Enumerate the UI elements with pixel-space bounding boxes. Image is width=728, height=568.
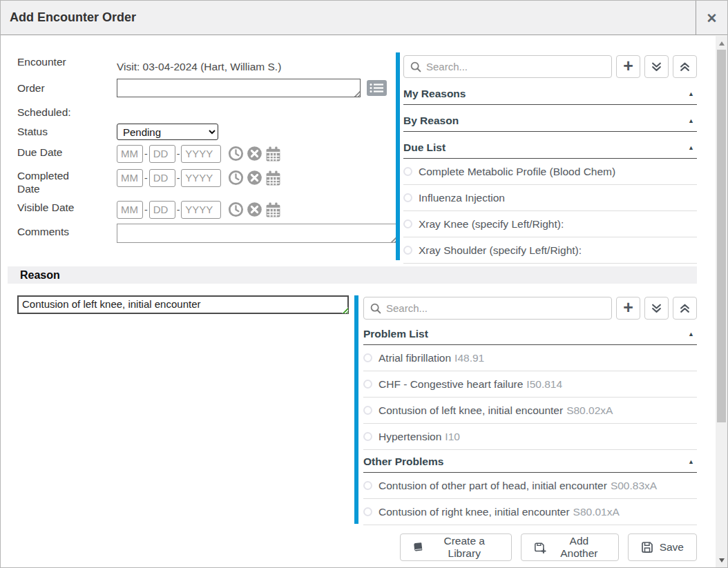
section-label: Problem List <box>363 328 428 340</box>
problem-list-item[interactable]: Hypertension I10 <box>363 424 697 450</box>
section-due-list[interactable]: Due List ▲ <box>403 141 697 159</box>
due-date-row: - - <box>117 144 281 163</box>
visible-date-calendar-button[interactable] <box>265 202 281 217</box>
due-list-item-label: Xray Shoulder (specify Left/Right): <box>419 244 582 257</box>
section-my-reasons[interactable]: My Reasons ▲ <box>403 88 697 105</box>
due-date-month-input[interactable] <box>117 145 143 163</box>
order-picker-button[interactable] <box>367 80 387 96</box>
reasons-expand-all-button[interactable] <box>644 55 669 78</box>
problem-list-item[interactable]: Contusion of other part of head, initial… <box>363 473 697 499</box>
add-another-button[interactable]: Add Another <box>521 533 619 561</box>
create-library-button[interactable]: Create a Library <box>400 533 512 561</box>
clock-icon <box>228 202 244 217</box>
panel-accent-bar <box>396 52 400 260</box>
problem-label: Atrial fibrillation <box>379 352 451 364</box>
plus-icon: + <box>623 299 633 316</box>
vertical-scrollbar[interactable] <box>716 36 727 567</box>
search-icon <box>410 61 421 72</box>
footer-actions: Create a Library Add Another Save <box>400 533 697 561</box>
reasons-panel: + My Reasons ▲ By Reason ▲ Due List ▲ <box>396 52 697 260</box>
problem-code: I10 <box>445 431 460 443</box>
add-encounter-order-dialog: Add Encounter Order ✕ Encounter Order Sc… <box>0 0 728 568</box>
problem-label: Hypertension <box>379 431 441 443</box>
problem-code: I50.814 <box>526 378 562 391</box>
completed-date-time-button[interactable] <box>228 170 244 186</box>
encounter-value: Visit: 03-04-2024 (Hart, William S.) <box>117 61 281 73</box>
comments-label: Comments <box>17 225 69 238</box>
scrollbar-up-button[interactable] <box>716 37 727 49</box>
search-icon <box>370 303 381 314</box>
visible-date-month-input[interactable] <box>117 201 143 219</box>
due-date-day-input[interactable] <box>149 145 175 163</box>
collapse-caret-icon: ▲ <box>688 458 694 465</box>
due-date-year-input[interactable] <box>181 145 221 163</box>
scrollbar-down-button[interactable] <box>716 554 727 566</box>
close-button[interactable]: ✕ <box>696 1 727 35</box>
scheduled-label: Scheduled: <box>17 106 71 119</box>
double-chevron-down-icon <box>651 303 662 313</box>
completed-date-calendar-button[interactable] <box>265 170 281 186</box>
visible-date-day-input[interactable] <box>149 201 175 219</box>
visible-date-year-input[interactable] <box>181 201 221 219</box>
due-list-item[interactable]: Influenza Injection <box>403 185 697 211</box>
clear-circle-icon <box>247 170 262 186</box>
problems-search-box[interactable] <box>363 297 612 320</box>
close-icon: ✕ <box>707 10 718 26</box>
order-input[interactable] <box>117 79 361 97</box>
radio-icon <box>363 406 372 415</box>
due-date-time-button[interactable] <box>228 146 244 161</box>
due-list-item-label: Xray Knee (specify Left/Right): <box>419 218 564 231</box>
date-separator: - <box>177 204 180 215</box>
scrollbar-thumb[interactable] <box>717 50 726 422</box>
panel-accent-bar <box>354 295 358 524</box>
due-list-item[interactable]: Xray Shoulder (specify Left/Right): <box>403 237 697 264</box>
problems-collapse-all-button[interactable] <box>673 297 697 320</box>
arrow-up-icon <box>719 41 725 46</box>
comments-input[interactable] <box>117 224 397 243</box>
problem-list-item[interactable]: Contusion of right knee, initial encount… <box>363 499 697 525</box>
radio-icon <box>363 380 372 389</box>
due-list-item[interactable]: Xray Knee (specify Left/Right): <box>403 211 697 237</box>
clock-icon <box>228 170 244 186</box>
status-select[interactable]: Pending <box>117 124 218 140</box>
problem-list-item[interactable]: Contusion of left knee, initial encounte… <box>363 398 697 424</box>
problems-expand-all-button[interactable] <box>644 297 669 320</box>
problems-search-input[interactable] <box>386 302 605 314</box>
date-separator: - <box>144 204 148 215</box>
problems-add-button[interactable]: + <box>616 297 640 320</box>
order-label: Order <box>17 81 45 95</box>
reason-input[interactable]: Contusion of left knee, initial encounte… <box>17 295 349 314</box>
double-chevron-up-icon <box>680 303 690 313</box>
due-list: Complete Metabolic Profile (Blood Chem) … <box>403 159 697 264</box>
book-icon <box>412 540 424 554</box>
completed-date-year-input[interactable] <box>181 169 221 187</box>
reason-section-header: Reason <box>8 266 697 284</box>
visible-date-row: - - <box>117 200 281 219</box>
date-separator: - <box>177 173 180 184</box>
reasons-search-box[interactable] <box>403 55 612 78</box>
save-icon <box>641 541 653 554</box>
section-label: My Reasons <box>403 88 466 100</box>
problem-list-item[interactable]: CHF - Congestive heart failure I50.814 <box>363 371 697 398</box>
completed-date-day-input[interactable] <box>149 169 175 187</box>
reasons-add-button[interactable]: + <box>616 55 640 78</box>
due-list-item[interactable]: Complete Metabolic Profile (Blood Chem) <box>403 159 697 185</box>
due-date-calendar-button[interactable] <box>265 146 281 161</box>
reasons-collapse-all-button[interactable] <box>673 55 697 78</box>
completed-date-clear-button[interactable] <box>247 170 262 186</box>
reasons-search-input[interactable] <box>426 61 605 72</box>
due-date-clear-button[interactable] <box>247 146 262 161</box>
dialog-titlebar: Add Encounter Order <box>1 1 727 35</box>
completed-date-month-input[interactable] <box>117 169 143 187</box>
calendar-icon <box>265 146 281 161</box>
clock-icon <box>228 146 244 161</box>
double-chevron-up-icon <box>680 61 690 72</box>
section-problem-list[interactable]: Problem List ▲ <box>363 328 697 345</box>
save-button[interactable]: Save <box>628 533 697 561</box>
completed-date-row: - - <box>117 168 281 187</box>
problem-list-item[interactable]: Atrial fibrillation I48.91 <box>363 345 697 371</box>
section-by-reason[interactable]: By Reason ▲ <box>403 115 697 132</box>
visible-date-clear-button[interactable] <box>247 202 262 217</box>
visible-date-time-button[interactable] <box>228 202 244 217</box>
section-other-problems[interactable]: Other Problems ▲ <box>363 456 697 473</box>
